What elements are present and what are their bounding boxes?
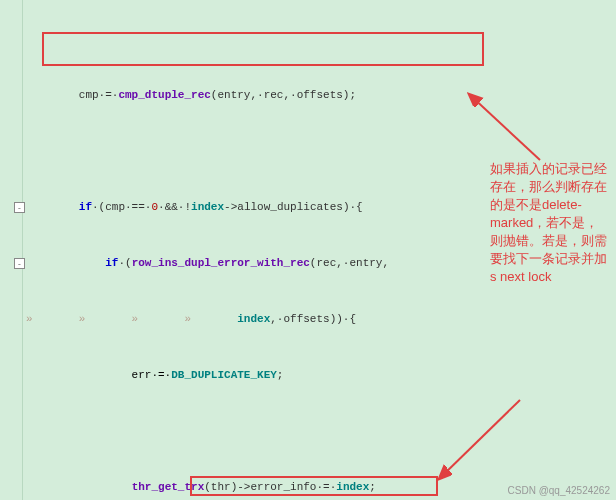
fold-icon[interactable]: - [14, 258, 25, 269]
annotation-text: 如果插入的记录已经存在，那么判断存在的是不是delete-marked，若不是，… [490, 160, 610, 286]
fold-icon[interactable]: - [14, 202, 25, 213]
watermark: CSDN @qq_42524262 [508, 485, 610, 496]
gutter [0, 0, 23, 500]
